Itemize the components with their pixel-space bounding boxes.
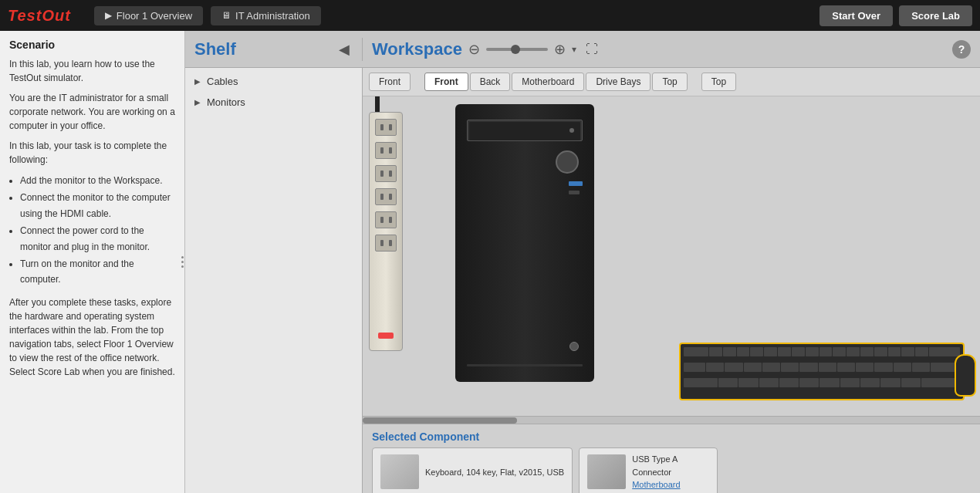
shelf-collapse-button[interactable]: ◀ — [336, 38, 353, 61]
keyboard-component-text: Keyboard, 104 key, Flat, v2015, USB — [425, 466, 564, 479]
mouse[interactable] — [955, 354, 976, 397]
header-row: Shelf ◀ Workspace ⊖ ⊕ ▾ ⛶ ? — [185, 31, 980, 68]
itadmin-nav-button[interactable]: 🖥 IT Administration — [211, 6, 321, 25]
power-strip[interactable] — [369, 112, 407, 359]
tab-top2[interactable]: Top — [701, 73, 736, 91]
itadmin-nav-label: IT Administration — [235, 10, 310, 22]
workspace-canvas[interactable] — [363, 96, 980, 416]
shelf-items-panel: ▶ Cables ▶ Monitors — [185, 68, 363, 493]
tab-front1[interactable]: Front — [369, 73, 411, 91]
help-button[interactable]: ? — [952, 40, 971, 59]
component-cards: Keyboard, 104 key, Flat, v2015, USB USB … — [372, 447, 971, 493]
tab-group-2: Front Back Motherboard Drive Bays Top — [424, 73, 688, 91]
right-side: Shelf ◀ Workspace ⊖ ⊕ ▾ ⛶ ? ▶ Cabl — [185, 31, 980, 493]
start-over-button[interactable]: Start Over — [819, 5, 893, 26]
scenario-p1: In this lab, you learn how to use the Te… — [9, 57, 175, 85]
selected-component-title: Selected Component — [372, 431, 971, 443]
usb-component-icon — [587, 454, 626, 489]
top-right-buttons: Start Over Score Lab — [819, 5, 972, 26]
zoom-dropdown-button[interactable]: ▾ — [572, 44, 576, 55]
zoom-in-button[interactable]: ⊕ — [554, 41, 566, 58]
tab-drivebays[interactable]: Drive Bays — [586, 73, 651, 91]
main-layout: Scenario In this lab, you learn how to u… — [0, 31, 980, 493]
logo: TestOut — [8, 7, 71, 25]
resize-handle[interactable] — [180, 31, 184, 493]
shelf-category-monitors[interactable]: ▶ Monitors — [185, 92, 362, 113]
selected-component-panel: Selected Component Keyboard, 104 key, Fl… — [363, 424, 980, 493]
cables-label: Cables — [207, 76, 238, 87]
cables-triangle-icon: ▶ — [194, 77, 201, 86]
keyboard[interactable] — [679, 343, 965, 400]
scenario-title: Scenario — [9, 39, 175, 51]
floor-icon: ▶ — [105, 10, 112, 21]
tab-front2[interactable]: Front — [424, 73, 468, 91]
monitors-label: Monitors — [207, 96, 245, 108]
task-3: Connect the power cord to the monitor an… — [20, 223, 175, 255]
workspace-content: Front Front Back Motherboard Drive Bays … — [363, 68, 980, 493]
tab-motherboard[interactable]: Motherboard — [512, 73, 584, 91]
zoom-out-button[interactable]: ⊖ — [468, 41, 480, 58]
usb-component-card[interactable]: USB Type A Connector Motherboard — [579, 447, 718, 493]
monitor-icon: 🖥 — [221, 10, 231, 21]
shelf-section: Shelf ◀ — [185, 38, 363, 61]
task-4: Turn on the monitor and the computer. — [20, 256, 175, 288]
workspace-title: Workspace — [372, 39, 462, 59]
workspace-scrollbar[interactable] — [363, 416, 980, 424]
tab-group-right: Top — [701, 73, 736, 91]
task-2: Connect the monitor to the computer usin… — [20, 190, 175, 221]
task-1: Add the monitor to the Workspace. — [20, 173, 175, 188]
zoom-slider[interactable] — [486, 48, 548, 51]
shelf-category-cables[interactable]: ▶ Cables — [185, 71, 362, 92]
floor1-nav-button[interactable]: ▶ Floor 1 Overview — [94, 6, 203, 25]
monitors-triangle-icon: ▶ — [194, 98, 201, 106]
scenario-footer: After you complete these tasks, explore … — [9, 295, 175, 379]
tab-group-1: Front — [369, 73, 411, 91]
keyboard-component-card[interactable]: Keyboard, 104 key, Flat, v2015, USB — [372, 447, 573, 493]
tab-back[interactable]: Back — [470, 73, 511, 91]
motherboard-link[interactable]: Motherboard — [632, 480, 680, 489]
workspace-scrollbar-thumb[interactable] — [363, 417, 517, 424]
tab-top[interactable]: Top — [652, 73, 687, 91]
usb-text-prefix: USB Type A Connector — [632, 454, 678, 477]
workspace-section: Workspace ⊖ ⊕ ▾ ⛶ ? — [363, 39, 980, 59]
zoom-slider-thumb — [511, 45, 520, 54]
computer-tower[interactable] — [455, 104, 594, 382]
shelf-title: Shelf — [194, 39, 336, 59]
scenario-p3: In this lab, your task is to complete th… — [9, 139, 175, 167]
fullscreen-button[interactable]: ⛶ — [586, 42, 598, 56]
keyboard-component-icon — [380, 454, 419, 489]
scenario-panel: Scenario In this lab, you learn how to u… — [0, 31, 185, 493]
scenario-p2: You are the IT administrator for a small… — [9, 91, 175, 133]
scenario-task-list: Add the monitor to the Workspace. Connec… — [9, 173, 175, 288]
view-tabs: Front Front Back Motherboard Drive Bays … — [363, 68, 980, 96]
content-row: ▶ Cables ▶ Monitors Front Front — [185, 68, 980, 493]
floor1-nav-label: Floor 1 Overview — [117, 10, 192, 22]
top-navigation: TestOut ▶ Floor 1 Overview 🖥 IT Administ… — [0, 0, 980, 31]
usb-component-text: USB Type A Connector Motherboard — [632, 453, 680, 491]
score-lab-button[interactable]: Score Lab — [899, 5, 972, 26]
